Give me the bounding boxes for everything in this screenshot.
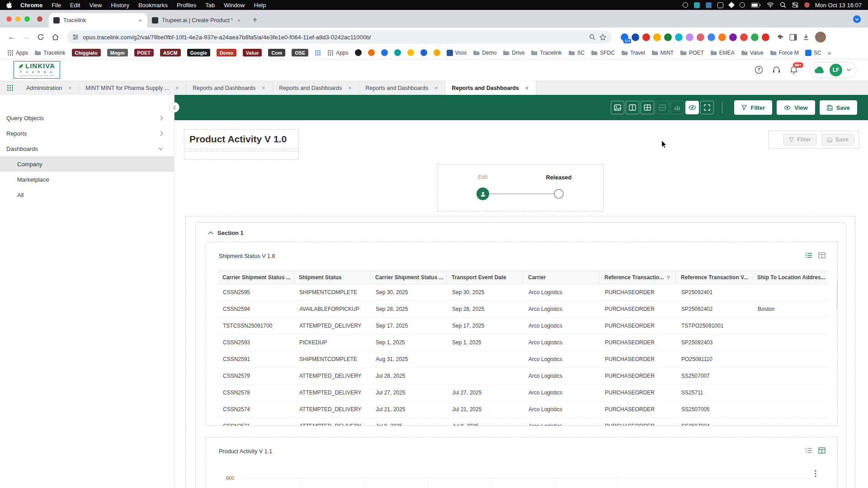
bookmark-item[interactable]: [378, 48, 391, 57]
sidebar-item-dashboards[interactable]: Dashboards: [0, 141, 174, 156]
linkiva-logo[interactable]: LINKIVA P H A R M A Connecting science a…: [14, 61, 60, 79]
widget-menu-icon[interactable]: [815, 470, 816, 477]
browser-tab[interactable]: Trupeer.ai | Create Product V... ×: [147, 13, 246, 28]
status-app-icon[interactable]: [728, 2, 735, 8]
notifications-bell-icon[interactable]: 99+: [790, 66, 798, 74]
window-close-button[interactable]: [6, 16, 12, 22]
table-row[interactable]: CSSN2574 ATTEMPTED_DELIVERY Jul 21, 2025…: [217, 401, 828, 418]
menubar-item[interactable]: File: [52, 2, 61, 9]
back-button[interactable]: ←: [5, 33, 18, 42]
view-button[interactable]: View: [777, 100, 815, 115]
bookmark-item[interactable]: [392, 48, 404, 57]
bookmark-item[interactable]: [365, 48, 377, 57]
extension-icon[interactable]: [729, 33, 737, 41]
extension-icon[interactable]: [740, 33, 748, 41]
tab-close-icon[interactable]: ×: [434, 85, 439, 91]
sidebar-item-query-objects[interactable]: Query Objects: [0, 110, 174, 126]
tab-close-icon[interactable]: ×: [347, 85, 352, 91]
user-menu[interactable]: LF: [810, 62, 856, 78]
menubar-item[interactable]: Bookmarks: [138, 2, 168, 9]
bookmark-item[interactable]: Mngm: [104, 48, 131, 57]
bookmark-item[interactable]: [352, 48, 364, 57]
sidebar-collapse-button[interactable]: [169, 102, 179, 113]
table-row[interactable]: CSSN2579 ATTEMPTED_DELIVERY Jul 28, 2025…: [217, 368, 828, 385]
bookmark-item[interactable]: Travel: [618, 49, 648, 57]
bookmark-item[interactable]: Tracelink: [32, 49, 68, 57]
column-header[interactable]: Reference Transaction V...: [676, 271, 752, 284]
tab-close-icon[interactable]: ×: [67, 85, 72, 91]
list-view-icon[interactable]: [805, 447, 812, 454]
tabs-menu-icon[interactable]: [853, 15, 861, 23]
reload-button[interactable]: [34, 33, 47, 41]
menubar-item[interactable]: Profiles: [177, 2, 196, 9]
sidebar-subitem[interactable]: All: [0, 187, 174, 202]
add-image-widget-button[interactable]: [611, 101, 624, 114]
help-icon[interactable]: ?: [755, 66, 763, 74]
workspace-tab[interactable]: Administration ×: [20, 81, 79, 95]
menubar-item[interactable]: Window: [224, 2, 245, 9]
list-view-icon[interactable]: [805, 252, 812, 258]
table-view-icon[interactable]: [818, 447, 826, 454]
workflow-edit-step[interactable]: [476, 188, 489, 200]
bookmark-item[interactable]: [312, 49, 324, 57]
bookmark-item[interactable]: [431, 48, 443, 57]
bookmark-item[interactable]: Visio: [444, 49, 470, 57]
save-button[interactable]: Save: [820, 100, 857, 115]
workspace-tab[interactable]: MINT MINT for Pharma Supply ... ×: [79, 81, 186, 95]
bookmark-item[interactable]: Value: [240, 48, 264, 57]
site-settings-icon[interactable]: [72, 34, 79, 40]
workflow-released-step[interactable]: [554, 189, 564, 199]
home-button[interactable]: [49, 33, 61, 41]
table-row[interactable]: TSTCSSN25091700 ATTEMPTED_DELIVERY Sep 1…: [217, 318, 828, 334]
split-layout-button[interactable]: [626, 101, 639, 114]
extension-icon[interactable]: [718, 33, 726, 41]
table-row[interactable]: CSSN2595 SHIPMENTCOMPLETE Sep 30, 2025 S…: [217, 284, 828, 301]
bookmark-item[interactable]: Demo: [470, 49, 499, 57]
extension-icon[interactable]: 113: [621, 33, 628, 41]
url-text[interactable]: opus.tracelink.com/g2/val/79be0fbf-10f1-…: [83, 34, 585, 41]
column-header[interactable]: Carrier Shipment Status ...: [370, 271, 447, 284]
menubar-app-name[interactable]: Chrome: [20, 2, 42, 9]
bookmark-item[interactable]: Chiggiato: [69, 48, 104, 57]
extension-icon[interactable]: [653, 33, 661, 41]
extension-icon[interactable]: [642, 33, 650, 41]
chart-widget-button[interactable]: [670, 101, 684, 114]
column-header[interactable]: Shipment Status: [294, 271, 370, 284]
tab-close-icon[interactable]: ×: [261, 85, 266, 91]
status-app-icon[interactable]: [740, 2, 745, 8]
table-row[interactable]: CSSN2594 AVAILABLEFORPICKUP Sep 28, 2025…: [217, 301, 828, 318]
bookmark-item[interactable]: [418, 48, 430, 57]
menubar-item[interactable]: History: [111, 2, 129, 9]
table-row[interactable]: CSSN2591 SHIPMENTCOMPLETE Aug 31, 2025 A…: [217, 351, 828, 368]
extension-icon[interactable]: [675, 33, 683, 41]
table-row[interactable]: CSSN2593 PICKEDUP Sep 1, 2025 Sep 1, 202…: [217, 334, 828, 351]
tab-close-icon[interactable]: ×: [524, 85, 529, 91]
browser-tab[interactable]: Tracelink ×: [49, 13, 147, 28]
extension-icon[interactable]: [762, 33, 769, 41]
column-header[interactable]: Carrier: [523, 271, 599, 284]
spotlight-search-icon[interactable]: [780, 2, 786, 8]
menubar-item[interactable]: Tab: [205, 2, 215, 9]
bookmark-item[interactable]: Google: [184, 48, 213, 57]
search-icon[interactable]: [589, 34, 595, 40]
bookmark-item[interactable]: ASCM: [157, 48, 184, 57]
bookmark-item[interactable]: Value: [738, 49, 766, 57]
support-headset-icon[interactable]: [772, 66, 781, 74]
bookmark-star-icon[interactable]: [599, 34, 606, 41]
column-header[interactable]: Reference Transactio...: [599, 271, 676, 284]
bookmark-item[interactable]: Force M: [767, 49, 802, 57]
bookmark-item[interactable]: Tracelink: [528, 49, 564, 57]
tab-close-icon[interactable]: ×: [236, 17, 241, 24]
battery-icon[interactable]: [751, 3, 761, 8]
column-header[interactable]: Ship To Location Addres...: [752, 271, 828, 284]
table-row[interactable]: CSSN2578 ATTEMPTED_DELIVERY Jul 27, 2025…: [217, 385, 828, 401]
forward-button[interactable]: →: [20, 33, 33, 42]
tab-close-icon[interactable]: ×: [137, 17, 143, 24]
table-view-icon[interactable]: [818, 252, 826, 258]
status-app-icon[interactable]: [706, 2, 712, 8]
extension-icon[interactable]: [632, 33, 639, 41]
bookmark-item[interactable]: [405, 48, 417, 57]
workspace-tab[interactable]: Reports and Dashboards ×: [186, 81, 273, 95]
workspace-tab[interactable]: Reports and Dashboards ×: [359, 81, 445, 95]
filter-funnel-icon[interactable]: [667, 275, 670, 280]
